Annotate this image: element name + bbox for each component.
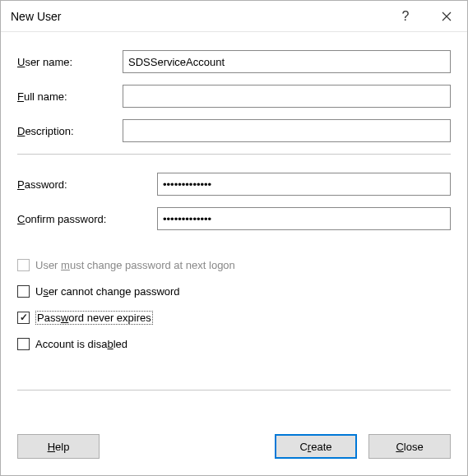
new-user-dialog: New User ? User name: Full name: Descrip… <box>0 0 468 476</box>
create-button[interactable]: Create <box>275 434 357 459</box>
must-change-checkbox <box>17 259 30 271</box>
cannot-change-checkbox-row[interactable]: User cannot change password <box>17 283 451 299</box>
must-change-checkbox-row: User must change password at next logon <box>17 256 451 273</box>
account-disabled-label: Account is disabled <box>35 338 127 350</box>
help-icon[interactable]: ? <box>385 2 426 31</box>
confirm-password-input[interactable] <box>157 207 451 230</box>
never-expires-label: Password never expires <box>35 311 153 325</box>
dialog-title: New User <box>11 10 385 23</box>
help-button[interactable]: Help <box>17 434 100 459</box>
password-input[interactable] <box>157 173 451 196</box>
account-disabled-checkbox-row[interactable]: Account is disabled <box>17 335 451 352</box>
button-row: Help Create Close <box>1 434 467 475</box>
divider-top <box>17 154 451 155</box>
title-bar: New User ? <box>1 1 467 32</box>
never-expires-checkbox-row[interactable]: Password never expires <box>17 309 451 326</box>
close-button[interactable]: Close <box>368 434 451 459</box>
user-name-input[interactable] <box>123 50 451 73</box>
never-expires-checkbox[interactable] <box>17 312 30 324</box>
must-change-label: User must change password at next logon <box>35 259 235 271</box>
cannot-change-label: User cannot change password <box>35 285 180 298</box>
close-icon[interactable] <box>426 2 467 31</box>
divider-bottom <box>17 390 451 391</box>
description-label: Description: <box>17 125 123 137</box>
full-name-label: Full name: <box>17 90 123 103</box>
account-disabled-checkbox[interactable] <box>17 338 30 350</box>
dialog-body: User name: Full name: Description: Passw… <box>1 32 467 434</box>
full-name-input[interactable] <box>123 85 451 108</box>
confirm-password-label: Confirm password: <box>17 213 157 225</box>
password-label: Password: <box>17 178 157 191</box>
description-input[interactable] <box>123 119 451 142</box>
cannot-change-checkbox[interactable] <box>17 285 30 298</box>
user-name-label: User name: <box>17 56 123 68</box>
